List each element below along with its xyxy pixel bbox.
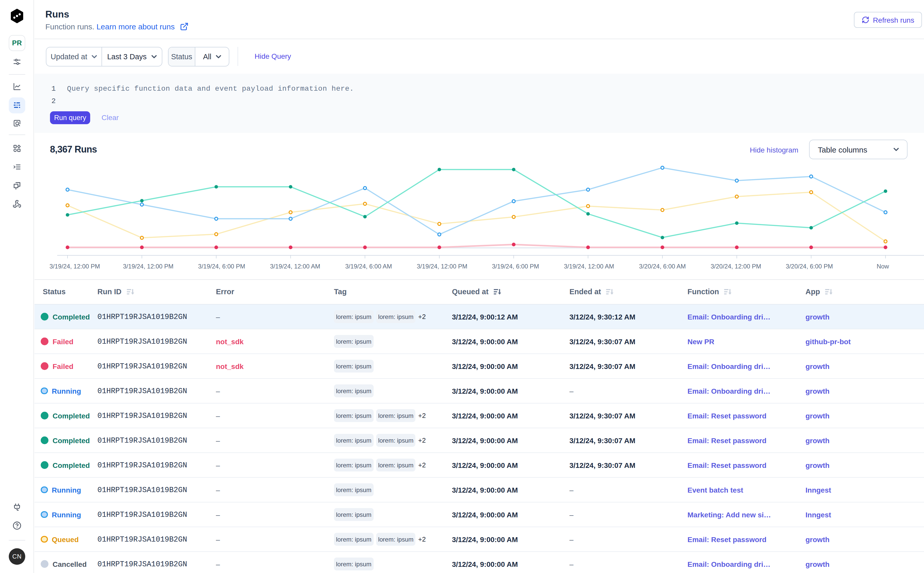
- svg-text:3/19/24, 12:00 PM: 3/19/24, 12:00 PM: [123, 263, 174, 270]
- svg-text:3/19/24, 6:00 PM: 3/19/24, 6:00 PM: [492, 263, 539, 270]
- svg-text:3/19/24, 12:00 AM: 3/19/24, 12:00 AM: [270, 263, 320, 270]
- svg-text:3/19/24, 6:00 AM: 3/19/24, 6:00 AM: [345, 263, 392, 270]
- svg-text:3/19/24, 12:00 PM: 3/19/24, 12:00 PM: [50, 263, 100, 270]
- svg-text:3/20/24, 6:00 AM: 3/20/24, 6:00 AM: [639, 263, 686, 270]
- svg-text:3/19/24, 12:00 PM: 3/19/24, 12:00 PM: [417, 263, 467, 270]
- svg-text:3/20/24, 12:00 PM: 3/20/24, 12:00 PM: [711, 263, 761, 270]
- svg-text:3/19/24, 12:00 AM: 3/19/24, 12:00 AM: [564, 263, 614, 270]
- svg-text:3/20/24, 6:00 PM: 3/20/24, 6:00 PM: [786, 263, 833, 270]
- svg-text:Now: Now: [877, 263, 889, 270]
- svg-text:3/19/24, 6:00 PM: 3/19/24, 6:00 PM: [198, 263, 245, 270]
